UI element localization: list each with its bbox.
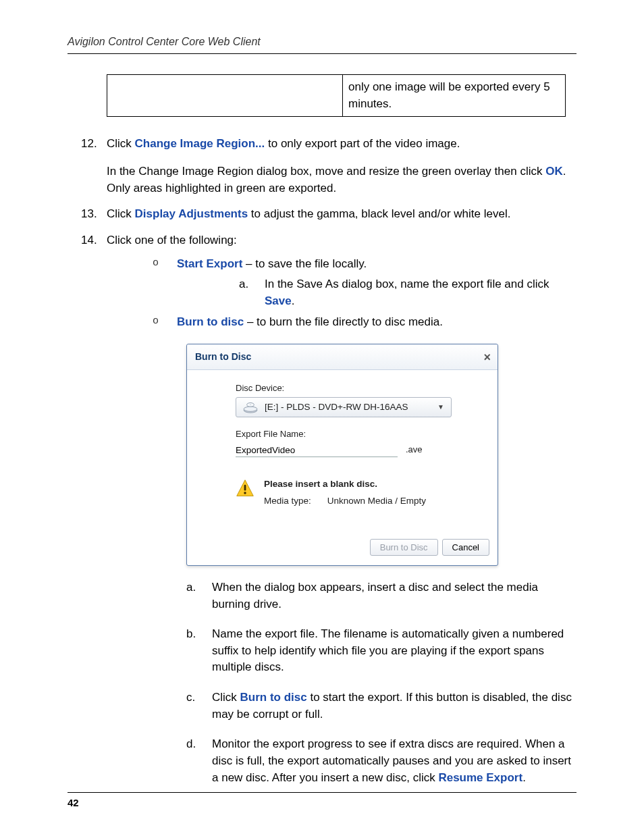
dialog-titlebar: Burn to Disc ×: [187, 344, 498, 369]
link-ok: OK: [545, 165, 563, 178]
file-extension: .ave: [406, 444, 423, 457]
svg-point-3: [250, 405, 252, 405]
document-page: Avigilon Control Center Core Web Client …: [0, 0, 644, 834]
step-text: Click: [107, 207, 135, 220]
page-header: Avigilon Control Center Core Web Client: [68, 34, 576, 54]
alpha-text: In the Save As dialog box, name the expo…: [265, 278, 549, 290]
burn-alpha-list: a. When the dialog box appears, insert a…: [107, 579, 576, 786]
option-start-export: o Start Export – to save the file locall…: [146, 256, 576, 310]
alpha-item-c: c. Click Burn to disc to start the expor…: [186, 689, 576, 723]
link-burn-to-disc: Burn to disc: [177, 315, 244, 328]
disc-drive-icon: [243, 401, 258, 413]
warning-icon: [236, 479, 254, 498]
link-change-image-region: Change Image Region...: [135, 137, 265, 150]
step-detail: In the Change Image Region dialog box, m…: [107, 163, 576, 197]
alpha-item-a: a. When the dialog box appears, insert a…: [186, 579, 576, 613]
link-save: Save: [265, 294, 292, 307]
option-text: – to save the file locally.: [242, 257, 367, 270]
step-text: to only export part of the video image.: [265, 137, 460, 150]
disc-device-label: Disc Device:: [236, 382, 457, 395]
alpha-text: Name the export file. The filename is au…: [212, 627, 564, 673]
page-number: 42: [68, 797, 79, 808]
burn-to-disc-dialog: Burn to Disc × Disc Device: [: [186, 344, 498, 566]
step-number: 14.: [81, 232, 97, 249]
alpha-letter: b.: [186, 626, 196, 643]
alpha-text: .: [292, 294, 295, 307]
dialog-body: Disc Device: [E:] - PLDS - DVD+-RW DH-16…: [187, 370, 498, 535]
drive-text: [E:] - PLDS - DVD+-RW DH-16AAS: [265, 400, 408, 414]
alpha-text: Click: [212, 691, 240, 704]
step-14: 14. Click one of the following: o Start …: [68, 232, 576, 786]
alpha-text: .: [522, 771, 526, 784]
alpha-item: a. In the Save As dialog box, name the e…: [239, 276, 576, 309]
close-icon[interactable]: ×: [483, 348, 491, 366]
alpha-letter: a.: [186, 579, 196, 596]
media-type-line: Media type: Unknown Media / Empty: [264, 494, 426, 508]
dialog-screenshot: Burn to Disc × Disc Device: [: [186, 344, 576, 566]
option-list: o Start Export – to save the file locall…: [107, 256, 576, 331]
dialog-button-row: Burn to Disc Cancel: [187, 535, 498, 565]
link-start-export: Start Export: [177, 257, 242, 270]
table-cell-left: [107, 75, 343, 117]
alpha-letter: a.: [239, 276, 248, 293]
chevron-down-icon: ▼: [437, 402, 444, 413]
bullet-icon: o: [153, 256, 159, 271]
warning-headline: Please insert a blank disc.: [264, 477, 426, 491]
table-fragment: only one image will be exported every 5 …: [107, 74, 566, 117]
media-type-label: Media type:: [264, 494, 325, 508]
step-12: 12. Click Change Image Region... to only…: [68, 136, 576, 197]
link-resume-export: Resume Export: [438, 771, 522, 784]
alpha-text: When the dialog box appears, insert a di…: [212, 581, 538, 610]
detail-text: In the Change Image Region dialog box, m…: [107, 165, 545, 178]
step-text: Click: [107, 137, 135, 150]
cancel-button[interactable]: Cancel: [442, 539, 489, 556]
alpha-letter: c.: [186, 689, 195, 706]
svg-point-1: [244, 407, 257, 411]
step-list: 12. Click Change Image Region... to only…: [68, 136, 576, 786]
step-number: 13.: [81, 206, 97, 223]
alpha-item-d: d. Monitor the export progress to see if…: [186, 736, 576, 786]
alpha-letter: d.: [186, 736, 196, 753]
link-burn-to-disc-inline: Burn to disc: [240, 691, 307, 704]
table-cell-right: only one image will be exported every 5 …: [343, 75, 566, 117]
disc-device-dropdown[interactable]: [E:] - PLDS - DVD+-RW DH-16AAS ▼: [236, 397, 452, 417]
svg-point-6: [244, 492, 246, 494]
step-text: to adjust the gamma, black level and/or …: [248, 207, 510, 220]
media-type-value: Unknown Media / Empty: [327, 496, 426, 506]
step-13: 13. Click Display Adjustments to adjust …: [68, 206, 576, 223]
sub-alpha-list: a. In the Save As dialog box, name the e…: [138, 276, 576, 309]
warning-text: Please insert a blank disc. Media type: …: [264, 477, 426, 508]
page-footer: 42: [68, 792, 576, 810]
bullet-icon: o: [153, 314, 159, 329]
svg-rect-5: [244, 485, 246, 491]
option-burn-to-disc: o Burn to disc – to burn the file direct…: [146, 314, 576, 331]
step-number: 12.: [81, 136, 97, 153]
alpha-item-b: b. Name the export file. The filename is…: [186, 626, 576, 676]
warning-row: Please insert a blank disc. Media type: …: [236, 477, 457, 508]
step-text: Click one of the following:: [107, 234, 237, 246]
option-text: – to burn the file directly to disc medi…: [244, 315, 443, 328]
export-filename-input[interactable]: [236, 444, 398, 457]
filename-row: .ave: [236, 444, 457, 457]
link-display-adjustments: Display Adjustments: [135, 207, 248, 220]
burn-to-disc-button[interactable]: Burn to Disc: [370, 539, 438, 556]
filename-label: Export File Name:: [236, 428, 457, 441]
dialog-title-text: Burn to Disc: [195, 351, 251, 362]
